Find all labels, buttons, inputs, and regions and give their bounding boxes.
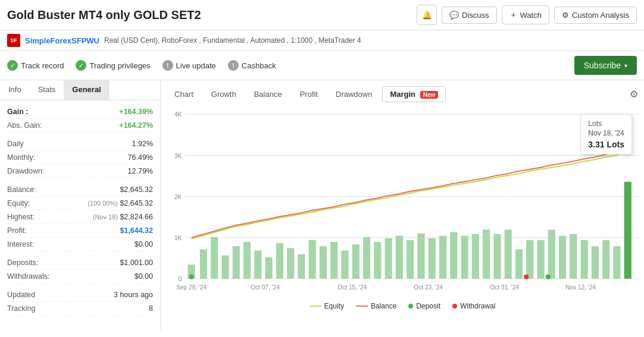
highest-row: Highest: (Nov 18) $2,824.66 [7, 210, 153, 224]
withdrawals-value: $0.00 [135, 272, 153, 281]
svg-text:0: 0 [179, 276, 182, 282]
tab-general[interactable]: General [64, 80, 109, 100]
updated-label: Updated [7, 291, 35, 299]
svg-rect-11 [200, 249, 207, 279]
deposits-label: Deposits: [7, 259, 38, 267]
subscribe-button[interactable]: Subscribe ▾ [574, 56, 637, 75]
svg-rect-39 [505, 229, 512, 279]
chevron-down-icon: ▾ [624, 62, 627, 69]
avatar: SF [7, 34, 20, 47]
svg-rect-48 [602, 240, 609, 279]
svg-text:Oct 07, '24: Oct 07, '24 [251, 284, 280, 290]
drawdown-row: Drawdown: 12.79% [7, 165, 153, 178]
legend-deposit: Deposit [408, 302, 440, 310]
tooltip-value: 3.31 Lots [588, 140, 624, 149]
svg-rect-21 [309, 240, 316, 279]
svg-rect-25 [352, 244, 359, 279]
svg-text:Sep 28, '24: Sep 28, '24 [176, 284, 207, 290]
monthly-label: Monthly: [7, 153, 35, 162]
interest-value: $0.00 [135, 240, 153, 248]
svg-text:3K: 3K [174, 153, 182, 159]
balance-label: Balance: [7, 185, 36, 194]
svg-rect-12 [211, 237, 218, 279]
equity-value: (100.00%) $2,645.32 [87, 199, 153, 207]
svg-rect-44 [559, 236, 566, 279]
equity-row: Equity: (100.00%) $2,645.32 [7, 197, 153, 210]
daily-value: 1.92% [132, 140, 153, 148]
legend-equity: Equity [310, 302, 344, 310]
stats-table: Gain : +164.39% Abs. Gain: +164.27% Dail… [0, 100, 160, 320]
svg-text:Nov 12, '24: Nov 12, '24 [565, 284, 596, 290]
daily-row: Daily 1.92% [7, 137, 153, 151]
watch-button[interactable]: ＋ Watch [502, 5, 549, 24]
gain-value: +164.39% [119, 108, 153, 116]
tab-info[interactable]: Info [0, 80, 30, 100]
tracking-row: Tracking 8 [7, 302, 153, 316]
svg-rect-35 [461, 236, 468, 279]
gain-row: Gain : +164.39% [7, 105, 153, 119]
highest-label: Highest: [7, 213, 35, 221]
abs-gain-value: +164.27% [119, 121, 153, 130]
svg-rect-17 [265, 257, 273, 279]
svg-rect-24 [341, 250, 348, 278]
equity-label: Equity: [7, 199, 30, 207]
main-content: Info Stats General Gain : +164.39% Abs. … [0, 80, 644, 330]
chart-tab-profit[interactable]: Profit [292, 86, 326, 102]
tab-stats[interactable]: Stats [30, 80, 64, 100]
chart-svg: 4K 3K 2K 1K 0 [167, 108, 638, 298]
monthly-row: Monthly: 76.49% [7, 151, 153, 165]
chart-tab-drawdown[interactable]: Drawdown [328, 86, 380, 102]
custom-analysis-button[interactable]: ⚙ Custom Analysis [554, 7, 637, 24]
chart-tab-chart[interactable]: Chart [167, 86, 201, 102]
chart-tab-growth[interactable]: Growth [204, 86, 244, 102]
gain-label: Gain : [7, 108, 28, 116]
highest-value: (Nov 18) $2,824.66 [93, 213, 153, 221]
tooltip-title: Lots [588, 119, 624, 128]
svg-rect-43 [548, 229, 555, 279]
chart-settings-button[interactable]: ⚙ [630, 89, 638, 100]
profit-label: Profit: [7, 226, 27, 235]
trading-privileges-check-icon: ✓ [76, 60, 86, 71]
svg-rect-14 [233, 246, 240, 279]
chart-area: 4K 3K 2K 1K 0 [167, 108, 638, 298]
chart-tab-balance[interactable]: Balance [246, 86, 290, 102]
left-tabs: Info Stats General [0, 80, 160, 100]
svg-rect-41 [526, 240, 533, 279]
svg-rect-33 [439, 236, 446, 279]
svg-rect-32 [429, 238, 436, 279]
interest-label: Interest: [7, 240, 34, 248]
balance-value: $2,645.32 [120, 185, 153, 194]
bell-button[interactable]: 🔔 [417, 5, 437, 25]
chart-tooltip: Lots Nov 18, '24 3.31 Lots [580, 114, 632, 155]
drawdown-value: 12.79% [128, 167, 153, 175]
svg-text:Oct 23, '24: Oct 23, '24 [414, 284, 443, 290]
username-link[interactable]: SimpleForexSFPWU [25, 36, 99, 45]
chart-tab-margin[interactable]: Margin New [382, 86, 446, 102]
profit-row: Profit: $1,644.32 [7, 224, 153, 238]
equity-line-icon [310, 305, 321, 307]
deposit-dot-icon [408, 304, 413, 308]
track-record-check-icon: ✓ [7, 60, 18, 71]
tracking-value: 8 [149, 304, 153, 313]
tracking-label: Tracking [7, 304, 35, 313]
daily-label: Daily [7, 140, 24, 148]
svg-rect-28 [385, 238, 392, 279]
updated-row: Updated 3 hours ago [7, 288, 153, 302]
updated-value: 3 hours ago [114, 291, 153, 299]
svg-rect-38 [493, 234, 501, 279]
chart-tabs: Chart Growth Balance Profit Drawdown Mar… [167, 86, 638, 102]
meta-info: Real (USD Cent), RoboForex , Fundamental… [104, 36, 361, 45]
discuss-button[interactable]: 💬 Discuss [442, 7, 497, 24]
balance-line-icon [356, 305, 368, 307]
chart-icon: ⚙ [562, 11, 569, 20]
balance-row: Balance: $2,645.32 [7, 183, 153, 197]
cashback-badge: ! Cashback [228, 60, 276, 71]
legend-balance: Balance [356, 302, 396, 310]
svg-rect-23 [330, 242, 337, 279]
svg-rect-18 [276, 243, 283, 279]
svg-point-51 [189, 275, 194, 279]
header: Gold Buster MT4 only GOLD SET2 🔔 💬 Discu… [0, 0, 644, 30]
svg-text:2K: 2K [174, 194, 182, 200]
drawdown-label: Drawdown: [7, 167, 45, 175]
svg-rect-20 [298, 254, 305, 279]
